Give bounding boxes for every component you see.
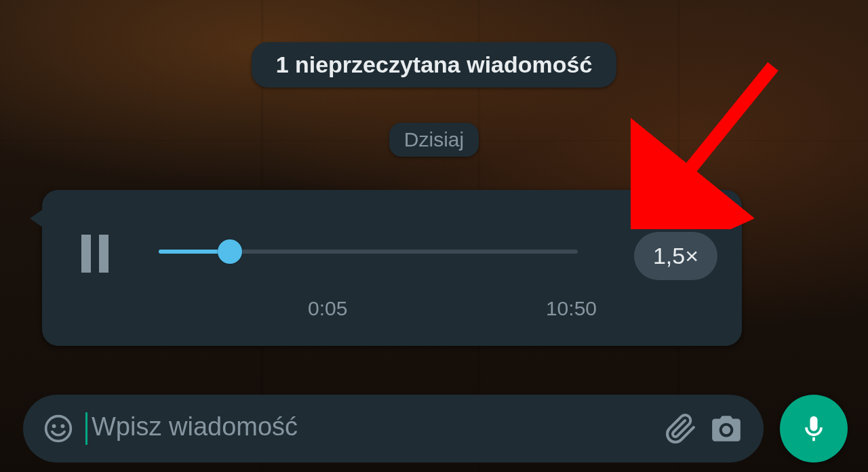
composer-row: Wpisz wiadomość — [23, 395, 848, 463]
playback-speed-label: 1,5× — [653, 243, 698, 269]
bubble-tail — [30, 209, 43, 228]
microphone-icon — [799, 414, 829, 444]
emoji-icon[interactable] — [43, 414, 73, 444]
message-input-placeholder: Wpisz wiadomość — [85, 412, 652, 445]
attach-icon[interactable] — [665, 412, 697, 445]
placeholder-text: Wpisz wiadomość — [92, 412, 298, 441]
svg-line-3 — [666, 66, 773, 199]
voice-record-button[interactable] — [780, 395, 848, 463]
voice-current-time: 0:05 — [308, 297, 347, 320]
voice-message-bubble: 0:05 10:50 1,5× — [42, 190, 742, 346]
voice-progress-track[interactable] — [159, 250, 578, 254]
text-cursor — [85, 412, 87, 445]
voice-progress-thumb[interactable] — [218, 239, 242, 264]
svg-point-0 — [46, 416, 71, 441]
pause-icon — [99, 235, 108, 273]
message-input[interactable]: Wpisz wiadomość — [23, 395, 764, 463]
playback-speed-button[interactable]: 1,5× — [634, 232, 717, 280]
pause-icon — [81, 235, 91, 273]
pause-button[interactable] — [75, 233, 115, 274]
svg-point-2 — [60, 424, 64, 428]
unread-banner-text: 1 nieprzeczytana wiadomość — [276, 52, 593, 77]
camera-icon[interactable] — [709, 412, 743, 446]
svg-point-1 — [52, 424, 56, 428]
chat-container: 1 nieprzeczytana wiadomość Dzisiaj 0:05 … — [0, 0, 868, 472]
unread-banner: 1 nieprzeczytana wiadomość — [252, 42, 617, 87]
date-chip: Dzisiaj — [389, 123, 479, 157]
date-chip-text: Dzisiaj — [404, 128, 464, 151]
voice-timestamp: 10:50 — [546, 297, 597, 320]
